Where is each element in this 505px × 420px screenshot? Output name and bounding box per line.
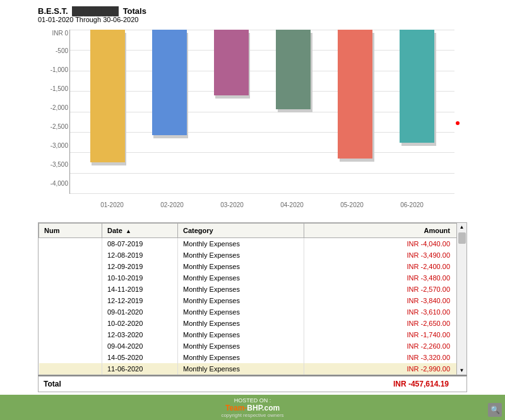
cell-num (39, 352, 102, 363)
cell-amount: INR -4,040.00 (304, 238, 466, 250)
cell-category: Monthly Expenses (178, 318, 304, 329)
col-date: Date ▲ (102, 224, 178, 238)
cell-date: 12-12-2019 (102, 295, 178, 306)
footer: HOSTED ON : Team-BHP.com copyright respe… (0, 395, 505, 420)
table-row: 12-03-2020Monthly ExpensesINR -1,740.00 (39, 329, 466, 340)
grid-line-8 (70, 193, 454, 194)
y-label-2500: -2,500 (50, 123, 68, 130)
cell-category: Monthly Expenses (178, 295, 304, 306)
cell-amount: INR -1,740.00 (304, 329, 466, 340)
cell-date: 09-04-2020 (102, 340, 178, 352)
y-axis: INR 0 -500 -1,000 -1,500 -2,000 -2,500 -… (38, 30, 69, 194)
cell-num (39, 272, 102, 284)
cell-category: Monthly Expenses (178, 272, 304, 284)
search-icon: 🔍 (490, 405, 500, 414)
cell-num (39, 329, 102, 340)
bar-group-2 (147, 30, 191, 135)
bar-6 (400, 30, 434, 143)
scrollbar[interactable]: ▲ ▼ (456, 223, 466, 375)
x-label-2: 02-2020 (147, 201, 198, 208)
cell-category: Monthly Expenses (178, 352, 304, 363)
bars-container (70, 30, 454, 193)
redacted-text: ████████ (72, 6, 119, 16)
bar-5 (338, 30, 372, 159)
total-label: Total (44, 380, 61, 388)
x-labels: 01-2020 02-2020 03-2020 04-2020 05-2020 … (69, 197, 454, 213)
footer-team: Team- (225, 404, 247, 412)
report-date: 01-01-2020 Through 30-06-2020 (38, 16, 467, 23)
x-label-4: 04-2020 (267, 201, 318, 208)
col-num: Num (39, 224, 102, 238)
scroll-down-arrow[interactable]: ▼ (458, 366, 466, 375)
chart-area (69, 30, 454, 194)
cell-amount: INR -3,320.00 (304, 352, 466, 363)
y-label-0: INR 0 (52, 30, 68, 37)
cell-category: Monthly Expenses (178, 340, 304, 352)
cell-category: Monthly Expenses (178, 261, 304, 272)
cell-date: 12-03-2020 (102, 329, 178, 340)
footer-copyright: copyright respective owners (221, 412, 283, 418)
table-row: 14-05-2020Monthly ExpensesINR -3,320.00 (39, 352, 466, 363)
bar-group-4 (271, 30, 316, 109)
cell-num (39, 318, 102, 329)
total-row: Total INR -457,614.19 (38, 375, 467, 392)
y-label-1500: -1,500 (50, 85, 68, 92)
y-label-3000: -3,000 (50, 142, 68, 149)
footer-bhp: BHP.com (247, 404, 280, 412)
cell-num (39, 284, 102, 295)
x-label-1: 01-2020 (87, 201, 138, 208)
cell-category: Monthly Expenses (178, 249, 304, 261)
cell-amount: INR -2,570.00 (304, 284, 466, 295)
data-table-wrapper: Num Date ▲ Category Amount 08-07-2019Mon… (38, 222, 467, 375)
cell-num (39, 238, 102, 250)
report-header: B.E.S.T. ████████ Totals 01-01-2020 Thro… (0, 0, 505, 27)
col-category: Category (178, 224, 304, 238)
bar-group-6 (395, 30, 439, 143)
y-label-4000: -4,000 (50, 180, 68, 187)
bar-3 (214, 30, 249, 95)
cell-category: Monthly Expenses (178, 329, 304, 340)
table-row: 12-12-2019Monthly ExpensesINR -3,840.00 (39, 295, 466, 306)
cell-date: 14-05-2020 (102, 352, 178, 363)
cell-num (39, 295, 102, 306)
cell-num (39, 363, 102, 375)
cell-amount: INR -3,490.00 (304, 249, 466, 261)
table-row: 10-02-2020Monthly ExpensesINR -2,650.00 (39, 318, 466, 329)
chart-container: INR 0 -500 -1,000 -1,500 -2,000 -2,500 -… (0, 27, 505, 219)
footer-hosted-text: HOSTED ON : (234, 397, 271, 404)
col-amount: Amount (304, 224, 466, 238)
scroll-thumb[interactable] (458, 232, 466, 244)
cell-date: 08-07-2019 (102, 238, 178, 250)
chart-wrapper: INR 0 -500 -1,000 -1,500 -2,000 -2,500 -… (38, 30, 454, 213)
footer-site-name: Team-BHP.com (225, 404, 280, 412)
bar-group-3 (209, 30, 253, 95)
cell-amount: INR -3,480.00 (304, 272, 466, 284)
table-row: 10-10-2019Monthly ExpensesINR -3,480.00 (39, 272, 466, 284)
cell-num (39, 249, 102, 261)
cell-amount: INR -3,610.00 (304, 306, 466, 318)
table-row: 12-09-2019Monthly ExpensesINR -2,400.00 (39, 261, 466, 272)
table-body: 08-07-2019Monthly ExpensesINR -4,040.001… (39, 238, 466, 375)
scroll-up-arrow[interactable]: ▲ (458, 223, 466, 231)
y-label-3500: -3,500 (50, 161, 68, 168)
cell-amount: INR -2,260.00 (304, 340, 466, 352)
table-row: 09-04-2020Monthly ExpensesINR -2,260.00 (39, 340, 466, 352)
data-table: Num Date ▲ Category Amount 08-07-2019Mon… (39, 223, 466, 375)
x-label-6: 06-2020 (387, 201, 437, 208)
search-icon-box[interactable]: 🔍 (488, 403, 502, 417)
table-row: 12-08-2019Monthly ExpensesINR -3,490.00 (39, 249, 466, 261)
report-title: B.E.S.T. ████████ Totals (38, 6, 467, 16)
cell-num (39, 340, 102, 352)
cell-date: 12-09-2019 (102, 261, 178, 272)
title-text: B.E.S.T. (38, 6, 68, 16)
cell-category: Monthly Expenses (178, 363, 304, 375)
y-label-1000: -1,000 (50, 66, 68, 73)
bar-group-1 (85, 30, 129, 162)
cell-date: 10-02-2020 (102, 318, 178, 329)
table-row: 08-07-2019Monthly ExpensesINR -4,040.00 (39, 238, 466, 250)
table-row: 14-11-2019Monthly ExpensesINR -2,570.00 (39, 284, 466, 295)
table-row: 11-06-2020Monthly ExpensesINR -2,990.00 (39, 363, 466, 375)
bar-1 (90, 30, 125, 162)
cell-num (39, 261, 102, 272)
table-header-row: Num Date ▲ Category Amount (39, 224, 466, 238)
